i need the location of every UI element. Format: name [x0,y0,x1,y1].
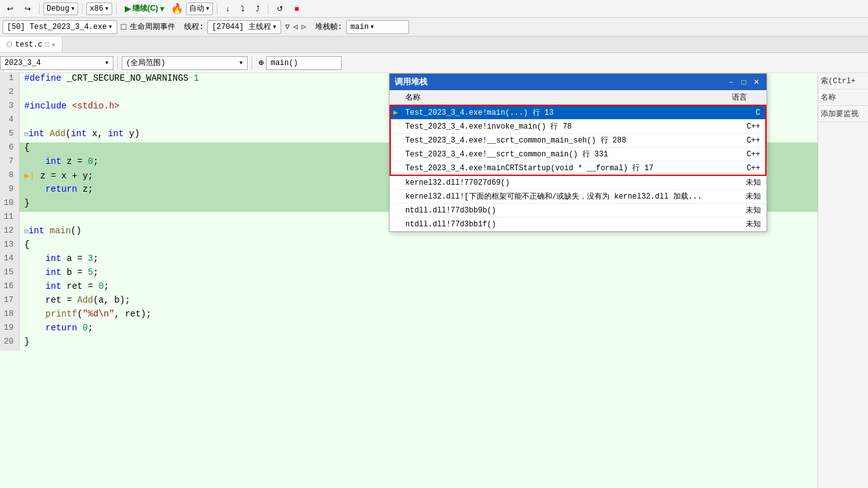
callstack-name-cell: ntdll.dll!77d3bb1f() [400,218,727,231]
callstack-header-row: 名称 语言 [390,90,766,105]
callstack-row-5[interactable]: kernel32.dll!77027d69()未知 [390,175,766,190]
callstack-arrow-cell [390,120,400,134]
watch-panel-item[interactable]: 名称 [818,90,868,106]
stop-btn[interactable]: ■ [290,3,303,15]
line-num: 19 [0,323,19,337]
line-content[interactable]: int b = 5; [19,267,818,281]
callstack-lang-cell: 未知 [727,190,766,204]
redo-btn[interactable]: ↪ [20,3,35,15]
callstack-close-btn[interactable]: ✕ [751,77,761,87]
preprocessor: #include [25,101,67,111]
process-dropdown[interactable]: [50] Test_2023_3_4.exe ▾ [3,20,117,34]
line-num: 13 [0,240,19,253]
callstack-arrow-cell [390,148,400,161]
callstack-row-6[interactable]: kernel32.dll![下面的框架可能不正确和/或缺失，没有为 kernel… [390,190,766,204]
callstack-row-4[interactable]: Test_2023_3_4.exe!mainCRTStartup(void * … [390,161,766,176]
restart-btn[interactable]: ↺ [272,3,287,15]
callstack-minimize-btn[interactable]: － [726,77,736,87]
add-watch-panel-item[interactable]: 添加要监视 [818,106,868,122]
keyword: int [108,129,124,139]
number: 0 [83,323,88,333]
toolbar-sep-1 [39,3,40,15]
line-content[interactable]: printf("%d\n", ret); [19,309,818,323]
callstack-name-cell: kernel32.dll!77027d69() [400,175,727,190]
line-num: 5 [0,129,19,142]
callstack-arrow-cell [390,218,400,231]
toolbar: ↩ ↪ Debug ▾ x86 ▾ ▶ 继续(C) ▾ 🔥 自动 ▾ ↓ ⤵ ⤴… [0,0,868,18]
scope1-label: 2023_3_4 [4,59,41,67]
stack-frame-value: main [350,23,369,32]
code-editor[interactable]: 1 #define _CRT_SECURE_NO_WARNINGS 1 2 3 … [0,73,818,488]
prev-frame-icon: ◁ [293,22,298,32]
callstack-row-0[interactable]: ▶Test_2023_3_4.exe!main(...) 行 13C [390,105,766,120]
callstack-name-cell: Test_2023_3_4.exe!__scrt_common_main() 行… [400,148,727,161]
table-row: 20 } [0,337,818,351]
keyword: int [45,156,61,166]
watch-label: 名称 [821,93,836,102]
callstack-name-header: 名称 [400,90,727,105]
scope1-dropdown[interactable]: 2023_3_4 ▾ [0,56,113,70]
continue-label: 继续(C) [132,3,158,14]
play-icon: ▶ [125,4,130,13]
step-into-btn[interactable]: ↓ [221,3,234,15]
search-panel-item[interactable]: 索(Ctrl+ [818,73,868,90]
callstack-arrow-cell: ▶ [390,105,400,120]
callstack-body[interactable]: 名称 语言 ▶Test_2023_3_4.exe!main(...) 行 13C… [390,90,767,231]
tab-close-btn[interactable]: ✕ [52,41,55,49]
scope2-dropdown[interactable]: (全局范围) ▾ [122,56,248,70]
stack-frame-dropdown[interactable]: main ▾ [346,20,409,34]
thread-value: [27044] 主线程 [212,21,271,32]
chevron-down-icon-6: ▾ [272,22,277,32]
callstack-table: 名称 语言 ▶Test_2023_3_4.exe!main(...) 行 13C… [390,90,767,231]
keyword: int [45,267,61,277]
callstack-row-1[interactable]: Test_2023_3_4.exe!invoke_main() 行 78C++ [390,120,766,134]
process-label: [50] Test_2023_3_4.exe [7,23,107,32]
callstack-arrow-cell [390,161,400,176]
step-out-btn[interactable]: ⤴ [252,3,264,15]
line-content[interactable]: ret = Add(a, b); [19,295,818,309]
callstack-lang-cell: C++ [727,134,766,148]
line-num: 4 [0,115,19,129]
callstack-lang-cell: C++ [727,120,766,134]
line-num: 11 [0,212,19,226]
undo-btn[interactable]: ↩ [3,3,18,15]
callstack-lang-header: 语言 [727,90,766,105]
callstack-lang-cell: 未知 [727,175,766,190]
func-dropdown[interactable]: main() [266,56,342,70]
line-content[interactable]: { [19,240,818,253]
chevron-down-icon: ▾ [71,4,75,13]
continue-btn[interactable]: ▶ 继续(C) ▾ [120,1,168,16]
callstack-name-cell: Test_2023_3_4.exe!mainCRTStartup(void * … [400,161,727,176]
number: 1 [194,73,199,83]
callstack-row-8[interactable]: ntdll.dll!77d3bb1f()未知 [390,218,766,231]
keyword: int [45,281,61,291]
callstack-row-3[interactable]: Test_2023_3_4.exe!__scrt_common_main() 行… [390,148,766,161]
chevron-down-icon-9: ▾ [239,58,243,67]
tab-testc[interactable]: ⬡ test.c □ ✕ [0,37,62,52]
line-content[interactable]: } [19,337,818,351]
lifecycle-label: 生命周期事件 [130,21,175,32]
chevron-down-icon-4: ▾ [205,4,210,13]
debug-dropdown[interactable]: Debug ▾ [43,3,78,15]
callstack-restore-btn[interactable]: □ [739,77,749,87]
thread-dropdown[interactable]: [27044] 主线程 ▾ [207,20,281,34]
debug-label: Debug [47,4,69,13]
line-content[interactable]: int a = 3; [19,253,818,267]
table-row: 13 { [0,240,818,253]
step-over-btn[interactable]: ⤵ [236,3,249,15]
callstack-arrow-cell [390,190,400,204]
callstack-row-7[interactable]: ntdll.dll!77d3bb9b()未知 [390,204,766,218]
lifecycle-icon: □ [121,22,126,32]
keyword: return [45,184,77,194]
arch-dropdown[interactable]: x86 ▾ [86,3,112,15]
thread-label: 线程: [184,21,204,32]
callstack-row-2[interactable]: Test_2023_3_4.exe!__scrt_common_main_seh… [390,134,766,148]
callstack-arrow-cell [390,134,400,148]
keyword: return [45,323,77,333]
line-content[interactable]: int ret = 0; [19,281,818,295]
addr-sep [117,56,118,70]
auto-dropdown[interactable]: 自动 ▾ [186,3,213,15]
line-content[interactable]: return 0; [19,323,818,337]
line-num: 15 [0,267,19,281]
keyword: int [28,129,44,139]
